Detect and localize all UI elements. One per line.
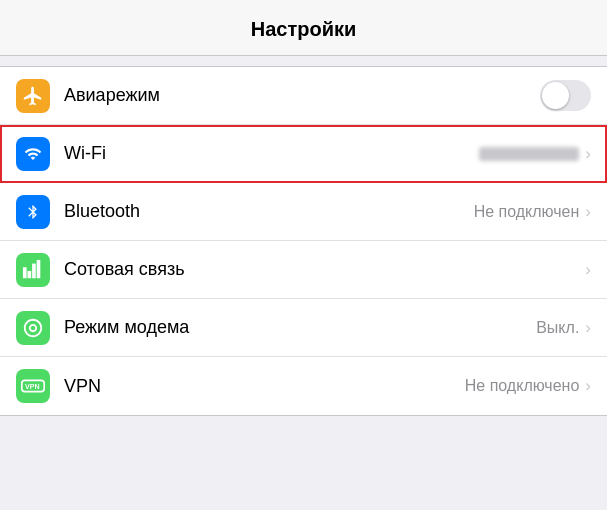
hotspot-value: Выкл.: [536, 319, 579, 337]
airplane-icon: [16, 79, 50, 113]
bluetooth-value: Не подключен: [474, 203, 580, 221]
page-title: Настройки: [0, 0, 607, 56]
svg-text:VPN: VPN: [25, 382, 40, 391]
wifi-icon: [16, 137, 50, 171]
vpn-label: VPN: [64, 376, 465, 397]
wifi-chevron: ›: [585, 144, 591, 164]
cellular-label: Сотовая связь: [64, 259, 585, 280]
settings-group: АвиарежимWi-Fi›BluetoothНе подключен›Сот…: [0, 66, 607, 416]
wifi-label: Wi-Fi: [64, 143, 479, 164]
vpn-chevron: ›: [585, 376, 591, 396]
airplane-label: Авиарежим: [64, 85, 540, 106]
hotspot-label: Режим модема: [64, 317, 536, 338]
settings-row-wifi[interactable]: Wi-Fi›: [0, 125, 607, 183]
cellular-chevron: ›: [585, 260, 591, 280]
settings-row-vpn[interactable]: VPNVPNНе подключено›: [0, 357, 607, 415]
settings-row-hotspot[interactable]: Режим модемаВыкл.›: [0, 299, 607, 357]
wifi-value: [479, 147, 579, 161]
cellular-icon: [16, 253, 50, 287]
hotspot-icon: [16, 311, 50, 345]
hotspot-chevron: ›: [585, 318, 591, 338]
bluetooth-label: Bluetooth: [64, 201, 474, 222]
settings-row-cellular[interactable]: Сотовая связь›: [0, 241, 607, 299]
settings-row-bluetooth[interactable]: BluetoothНе подключен›: [0, 183, 607, 241]
bluetooth-chevron: ›: [585, 202, 591, 222]
settings-row-airplane[interactable]: Авиарежим: [0, 67, 607, 125]
airplane-toggle[interactable]: [540, 80, 591, 111]
bluetooth-icon: [16, 195, 50, 229]
vpn-icon: VPN: [16, 369, 50, 403]
vpn-value: Не подключено: [465, 377, 580, 395]
